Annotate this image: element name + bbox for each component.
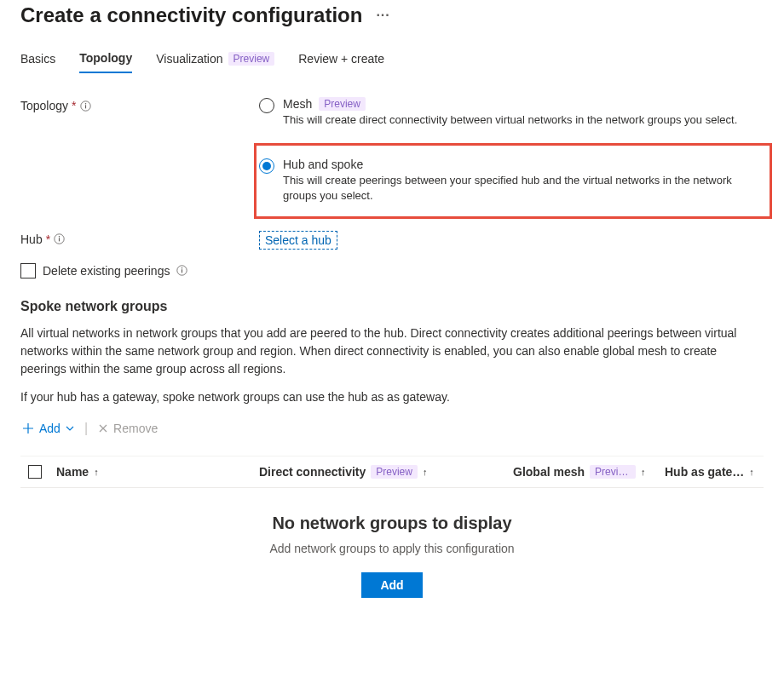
tabs-row: Basics Topology Visualization Preview Re… — [20, 51, 764, 73]
empty-state-title: No network groups to display — [20, 514, 764, 533]
field-topology: Topology * Mesh Preview This will create… — [20, 97, 764, 224]
radio-mesh-title: Mesh — [283, 97, 312, 111]
select-hub-link[interactable]: Select a hub — [259, 231, 337, 250]
info-icon[interactable] — [176, 265, 187, 276]
required-asterisk: * — [46, 233, 50, 246]
preview-badge: Preview — [319, 97, 366, 111]
column-hub-as-gateway[interactable]: Hub as gate… ↑ — [665, 465, 764, 479]
column-global-label: Global mesh — [513, 465, 585, 479]
page-title-text: Create a connectivity configuration — [20, 3, 362, 27]
radio-hubspoke-circle[interactable] — [259, 158, 274, 174]
radio-mesh-circle[interactable] — [259, 98, 274, 113]
plus-icon — [22, 422, 34, 434]
page-title: Create a connectivity configuration ··· — [20, 3, 764, 27]
preview-badge: Preview — [371, 465, 418, 479]
required-asterisk: * — [72, 99, 76, 112]
tab-visualization-label: Visualization — [156, 52, 222, 66]
svg-point-1 — [84, 102, 85, 103]
column-direct-label: Direct connectivity — [259, 465, 366, 479]
hub-label-text: Hub — [20, 233, 43, 246]
x-icon — [98, 423, 108, 433]
svg-rect-5 — [59, 238, 60, 241]
field-hub-label: Hub * — [20, 231, 259, 246]
radio-mesh-desc: This will create direct connectivity bet… — [283, 112, 764, 128]
sort-arrow-icon: ↑ — [749, 467, 754, 477]
delete-peerings-label: Delete existing peerings — [43, 264, 170, 278]
select-all-checkbox[interactable] — [28, 465, 42, 479]
spoke-section-desc2: If your hub has a gateway, spoke network… — [20, 388, 764, 406]
svg-rect-8 — [182, 269, 182, 273]
remove-button-label: Remove — [113, 422, 158, 435]
radio-option-hubspoke[interactable]: Hub and spoke This will create peerings … — [254, 143, 772, 218]
add-button[interactable]: Add — [20, 418, 76, 439]
column-direct-connectivity[interactable]: Direct connectivity Preview ↑ — [259, 465, 506, 479]
svg-rect-2 — [84, 105, 85, 108]
delete-peerings-row: Delete existing peerings — [20, 263, 764, 278]
tab-basics[interactable]: Basics — [20, 51, 55, 73]
sort-arrow-icon: ↑ — [641, 467, 646, 477]
sort-arrow-icon: ↑ — [94, 467, 99, 477]
svg-point-4 — [59, 236, 60, 237]
topology-options: Mesh Preview This will create direct con… — [259, 97, 764, 224]
more-options-icon[interactable]: ··· — [376, 8, 389, 23]
add-button-label: Add — [39, 422, 61, 435]
radio-option-mesh[interactable]: Mesh Preview This will create direct con… — [259, 97, 764, 128]
table-header: Name ↑ Direct connectivity Preview ↑ Glo… — [20, 456, 764, 488]
radio-hubspoke-title: Hub and spoke — [283, 158, 363, 171]
tab-topology[interactable]: Topology — [79, 51, 132, 73]
tab-visualization[interactable]: Visualization Preview — [156, 51, 274, 73]
field-hub: Hub * Select a hub — [20, 231, 764, 250]
empty-state: No network groups to display Add network… — [20, 488, 764, 606]
info-icon[interactable] — [54, 233, 65, 244]
topology-label-text: Topology — [20, 99, 68, 112]
sort-arrow-icon: ↑ — [423, 467, 428, 477]
preview-badge: Preview — [228, 52, 275, 66]
field-topology-label: Topology * — [20, 97, 259, 112]
empty-add-button[interactable]: Add — [361, 572, 422, 598]
column-name[interactable]: Name ↑ — [56, 465, 252, 479]
chevron-down-icon — [66, 424, 74, 433]
delete-peerings-checkbox[interactable] — [20, 263, 36, 278]
spoke-section-title: Spoke network groups — [20, 299, 764, 314]
remove-button: Remove — [96, 418, 159, 439]
radio-hubspoke-desc: This will create peerings between your s… — [283, 173, 761, 204]
preview-badge: Preview — [590, 465, 636, 479]
info-icon[interactable] — [80, 100, 91, 112]
column-name-label: Name — [56, 465, 89, 479]
spoke-section-desc1: All virtual networks in network groups t… — [20, 324, 764, 378]
column-global-mesh[interactable]: Global mesh Preview ↑ — [513, 465, 658, 479]
empty-state-desc: Add network groups to apply this configu… — [20, 542, 764, 555]
svg-point-7 — [182, 267, 182, 268]
column-hub-label: Hub as gate… — [665, 465, 744, 479]
tab-review[interactable]: Review + create — [298, 51, 384, 73]
toolbar-separator: | — [84, 421, 88, 436]
table-toolbar: Add | Remove — [20, 418, 764, 439]
